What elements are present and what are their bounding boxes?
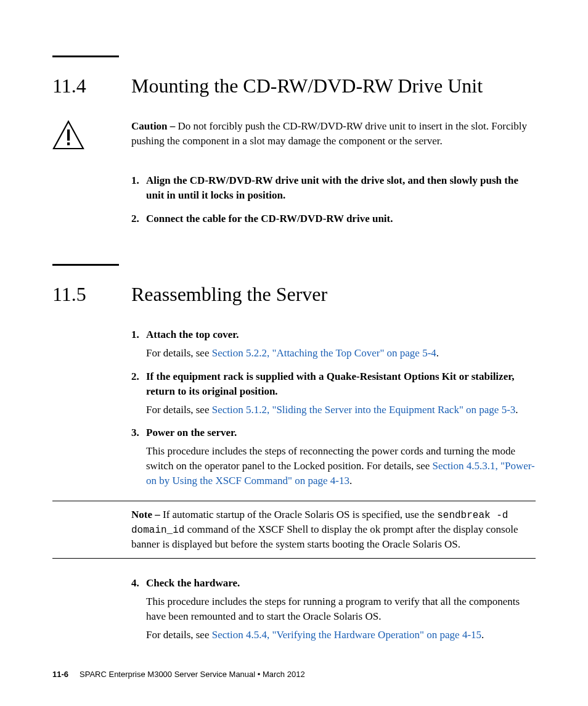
step-detail: For details, see Section 5.2.2, "Attachi… bbox=[146, 346, 536, 361]
section-number: 11.5 bbox=[52, 282, 131, 306]
step-number: 2. bbox=[131, 211, 146, 226]
xref-link[interactable]: Section 5.2.2, "Attaching the Top Cover"… bbox=[212, 347, 436, 359]
note-rule-bottom bbox=[52, 558, 536, 559]
note-rule-top bbox=[52, 501, 536, 501]
step-paragraph: This procedure includes the steps for ru… bbox=[146, 594, 536, 624]
step-item: 1. Align the CD-RW/DVD-RW drive unit wit… bbox=[131, 173, 536, 203]
caution-block: Caution – Do not forcibly push the CD-RW… bbox=[52, 119, 536, 150]
step-number: 4. bbox=[131, 576, 146, 642]
step-number: 1. bbox=[131, 327, 146, 361]
note-post: command of the XSCF Shell to display the… bbox=[131, 523, 518, 550]
caution-label: Caution – bbox=[131, 120, 175, 132]
xref-link[interactable]: Section 4.5.4, "Verifying the Hardware O… bbox=[212, 629, 481, 641]
step-detail: This procedure includes the steps of rec… bbox=[146, 444, 536, 488]
step-number: 3. bbox=[131, 425, 146, 488]
step-text: Connect the cable for the CD-RW/DVD-RW d… bbox=[146, 213, 393, 224]
step-text: Attach the top cover. bbox=[146, 329, 239, 340]
section-heading-11-4: 11.4 Mounting the CD-RW/DVD-RW Drive Uni… bbox=[52, 73, 536, 98]
step-item: 3. Power on the server. This procedure i… bbox=[131, 425, 536, 488]
step-text: If the equipment rack is supplied with a… bbox=[146, 371, 514, 397]
section-title: Mounting the CD-RW/DVD-RW Drive Unit bbox=[131, 73, 483, 98]
caution-body: Do not forcibly push the CD-RW/DVD-RW dr… bbox=[131, 120, 527, 147]
steps-11-4: 1. Align the CD-RW/DVD-RW drive unit wit… bbox=[131, 173, 536, 226]
step-number: 2. bbox=[131, 369, 146, 417]
section-number: 11.4 bbox=[52, 73, 131, 98]
step-text: Check the hardware. bbox=[146, 577, 240, 589]
step-item: 4. Check the hardware. This procedure in… bbox=[131, 576, 536, 642]
note-block: Note – If automatic startup of the Oracl… bbox=[131, 507, 536, 552]
step-text: Align the CD-RW/DVD-RW drive unit with t… bbox=[146, 174, 518, 201]
step-item: 1. Attach the top cover. For details, se… bbox=[131, 327, 536, 361]
step-item: 2. If the equipment rack is supplied wit… bbox=[131, 369, 536, 417]
note-pre: If automatic startup of the Oracle Solar… bbox=[160, 509, 437, 520]
step-detail: For details, see Section 5.1.2, "Sliding… bbox=[146, 403, 536, 417]
page-footer: 11-6SPARC Enterprise M3000 Server Servic… bbox=[52, 670, 536, 679]
steps-11-5: 1. Attach the top cover. For details, se… bbox=[131, 327, 536, 488]
step-number: 1. bbox=[131, 173, 146, 203]
step-detail: For details, see Section 4.5.4, "Verifyi… bbox=[146, 628, 536, 642]
note-label: Note – bbox=[131, 509, 160, 520]
page-number: 11-6 bbox=[52, 670, 68, 679]
section-heading-11-5: 11.5 Reassembling the Server bbox=[52, 282, 536, 306]
steps-11-5-cont: 4. Check the hardware. This procedure in… bbox=[131, 576, 536, 642]
step-text: Power on the server. bbox=[146, 427, 237, 438]
caution-icon bbox=[52, 119, 131, 150]
step-item: 2. Connect the cable for the CD-RW/DVD-R… bbox=[131, 211, 536, 226]
page-content: 11.4 Mounting the CD-RW/DVD-RW Drive Uni… bbox=[0, 0, 588, 642]
caution-text: Caution – Do not forcibly push the CD-RW… bbox=[131, 119, 536, 149]
xref-link[interactable]: Section 5.1.2, "Sliding the Server into … bbox=[212, 404, 516, 416]
section-rule bbox=[52, 55, 119, 57]
footer-title: SPARC Enterprise M3000 Server Service Ma… bbox=[80, 670, 305, 679]
svg-rect-1 bbox=[67, 142, 70, 146]
section-title: Reassembling the Server bbox=[131, 282, 327, 306]
section-rule bbox=[52, 264, 119, 266]
svg-rect-0 bbox=[67, 129, 70, 141]
